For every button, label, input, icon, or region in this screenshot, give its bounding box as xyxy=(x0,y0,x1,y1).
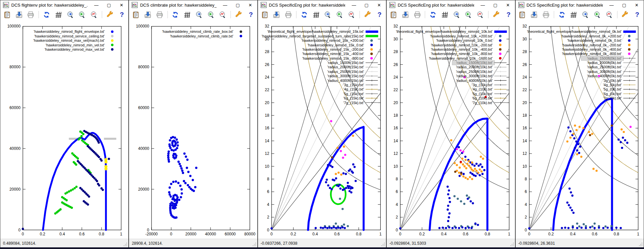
legend-row[interactable]: 'hawkersiddeley_nimrod_10k_-800.txt' xyxy=(431,52,502,56)
minimize-button[interactable]: — xyxy=(90,1,102,9)
legend-row[interactable]: 'hawkersiddeley_nimrod_10k_-1600.txt' xyxy=(429,56,502,60)
legend-row[interactable]: 'hawkersiddeley_nimrod_max_vel(mach).txt… xyxy=(33,38,113,42)
maximize-button[interactable]: ▢ xyxy=(102,1,115,9)
maximize-button[interactable]: ▢ xyxy=(618,1,630,9)
plot-area[interactable]: 00.20.40.60.8102000040000600008000010000… xyxy=(7,24,122,236)
resize-grip[interactable] xyxy=(510,242,514,246)
minimize-button[interactable]: — xyxy=(605,1,618,9)
plot-area[interactable]: 00.20.40.60.8102468101214161820222426283… xyxy=(394,24,510,236)
legend-row[interactable]: 'theoretical_flight_envelope/hawkersidde… xyxy=(396,30,507,33)
save-button[interactable] xyxy=(15,11,23,19)
legend-row[interactable]: 'hawkersiddeley_nimrod_climb_rate_box.tx… xyxy=(162,30,242,33)
help-button[interactable]: ? xyxy=(118,11,126,19)
zoom-button[interactable] xyxy=(476,11,484,19)
help-button[interactable]: ? xyxy=(504,11,512,19)
replot-button[interactable] xyxy=(558,11,566,19)
resize-grip[interactable] xyxy=(381,242,385,246)
zoom-button[interactable] xyxy=(605,11,613,19)
maximize-button[interactable]: ▢ xyxy=(231,1,244,9)
legend-row[interactable]: 'hawkersiddeley_nimrod_15k_-400.txt' xyxy=(302,52,373,56)
zoom-next-button[interactable] xyxy=(207,11,215,19)
print-button[interactable] xyxy=(27,11,35,19)
zoom-button[interactable] xyxy=(90,11,98,19)
options-button[interactable] xyxy=(234,11,243,19)
legend-row[interactable]: 'hawkersiddeley_nimrod_0k_-400.txt' xyxy=(562,47,630,51)
replot-button[interactable] xyxy=(300,11,308,19)
zoom-next-button[interactable] xyxy=(78,11,86,19)
options-button[interactable] xyxy=(621,11,629,19)
copy-to-clipboard-button[interactable] xyxy=(389,11,398,19)
plot-area[interactable]: 00.20.40.60.8102468101214161820222426283… xyxy=(265,24,381,236)
plot-canvas[interactable]: -200000200004000060000800000200004000060… xyxy=(129,20,257,239)
close-button[interactable]: ✕ xyxy=(373,1,385,9)
grid-button[interactable] xyxy=(570,11,578,19)
save-button[interactable] xyxy=(401,11,410,19)
legend-row[interactable]: 'hawkersiddeley_nimrod_15k_0.txt' xyxy=(307,43,373,47)
replot-button[interactable] xyxy=(429,11,437,19)
plot-canvas[interactable]: 00.20.40.60.8102468101214161820222426283… xyxy=(516,20,644,239)
save-button[interactable] xyxy=(273,11,281,19)
legend-row[interactable]: 'hawkersiddeley_nimrod_15k_-200.txt' xyxy=(302,47,373,51)
zoom-button[interactable] xyxy=(348,11,356,19)
print-button[interactable] xyxy=(413,11,421,19)
legend-row[interactable]: 'hawkersiddeley_nimrod_0k_0.txt' xyxy=(567,38,630,42)
close-button[interactable]: ✕ xyxy=(502,1,514,9)
options-button[interactable] xyxy=(363,11,372,19)
zoom-button[interactable] xyxy=(219,11,227,19)
zoom-previous-button[interactable] xyxy=(453,11,461,19)
plot-canvas[interactable]: 00.20.40.60.8102000040000600008000010000… xyxy=(0,20,128,239)
title-bar[interactable]: DCS SpecificEng plot for: hawkersiddele.… xyxy=(258,0,386,10)
save-button[interactable] xyxy=(144,11,152,19)
legend-row[interactable]: 'hawkersiddeley_nimrod_0k_-200.txt' xyxy=(562,43,630,47)
legend-row[interactable]: 'hawkersiddeley_nimrod_10k_0.txt' xyxy=(436,38,502,42)
print-button[interactable] xyxy=(156,11,164,19)
close-button[interactable]: ✕ xyxy=(115,1,128,9)
zoom-previous-button[interactable] xyxy=(324,11,332,19)
replot-button[interactable] xyxy=(171,11,180,19)
options-button[interactable] xyxy=(492,11,500,19)
options-button[interactable] xyxy=(106,11,114,19)
minimize-button[interactable]: — xyxy=(219,1,231,9)
copy-to-clipboard-button[interactable] xyxy=(3,11,11,19)
help-button[interactable]: ? xyxy=(246,11,255,19)
legend-row[interactable]: 'hawkersiddeley_nimrod_0k_+200.txt' xyxy=(561,34,630,38)
legend-row[interactable]: 'hawkersiddeley_nimrod_targeted_sustaine… xyxy=(262,34,378,38)
zoom-previous-button[interactable] xyxy=(66,11,75,19)
close-button[interactable]: ✕ xyxy=(244,1,257,9)
plot-area[interactable]: -200000200004000060000800000200004000060… xyxy=(136,24,255,236)
maximize-button[interactable]: ▢ xyxy=(489,1,502,9)
resize-grip[interactable] xyxy=(252,242,256,246)
legend-row[interactable]: 'hawkersiddeley_nimrod_10k_-400.txt' xyxy=(431,47,502,51)
title-bar[interactable]: DCS flightenv plot for: hawkersiddeley_.… xyxy=(0,0,128,10)
zoom-previous-button[interactable] xyxy=(581,11,590,19)
title-bar[interactable]: DCS SpecificEng plot for: hawkersiddele.… xyxy=(387,0,515,10)
title-bar[interactable]: DCS SpecificEng plot for: hawkersiddele.… xyxy=(516,0,644,10)
replot-button[interactable] xyxy=(42,11,51,19)
minimize-button[interactable]: — xyxy=(477,1,489,9)
copy-to-clipboard-button[interactable] xyxy=(518,11,527,19)
legend-row[interactable]: 'hawkersiddeley_nimrod_climb_rate.txt' xyxy=(170,34,242,38)
zoom-next-button[interactable] xyxy=(336,11,344,19)
legend-row[interactable]: 'theoretical_flight_envelope/hawkersidde… xyxy=(267,30,378,33)
help-button[interactable]: ? xyxy=(633,11,641,19)
resize-grip[interactable] xyxy=(638,242,642,246)
zoom-previous-button[interactable] xyxy=(195,11,203,19)
resize-grip[interactable] xyxy=(123,242,127,246)
plot-canvas[interactable]: 00.20.40.60.8102468101214161820222426283… xyxy=(387,20,515,239)
legend-row[interactable]: 'hawkersiddeley_nimrod_max_vel.txt' xyxy=(45,47,114,51)
grid-button[interactable] xyxy=(312,11,320,19)
grid-button[interactable] xyxy=(183,11,191,19)
zoom-next-button[interactable] xyxy=(593,11,602,19)
legend-row[interactable]: 'hawkersiddeley_nimrod_15k_-800.txt' xyxy=(302,56,373,60)
close-button[interactable]: ✕ xyxy=(630,1,643,9)
legend-row[interactable]: 'hawkersiddeley_nimrod_15k_+200.txt' xyxy=(301,38,373,42)
legend-row[interactable]: 'hawkersiddeley_nimrod_10k_+200.txt' xyxy=(430,34,501,38)
copy-to-clipboard-button[interactable] xyxy=(261,11,269,19)
legend-row[interactable]: 'hawkersiddeley_nimrod_0k_-800.txt' xyxy=(562,52,630,56)
plot-canvas[interactable]: 00.20.40.60.8102468101214161820222426283… xyxy=(258,20,386,239)
minimize-button[interactable]: — xyxy=(348,1,360,9)
zoom-next-button[interactable] xyxy=(465,11,473,19)
legend-row[interactable]: 'theoretical_flight_envelope/hawkersidde… xyxy=(527,30,636,33)
legend-row[interactable]: 'hawkersiddeley_nimrod_10k_-200.txt' xyxy=(431,43,502,47)
grid-button[interactable] xyxy=(54,11,63,19)
